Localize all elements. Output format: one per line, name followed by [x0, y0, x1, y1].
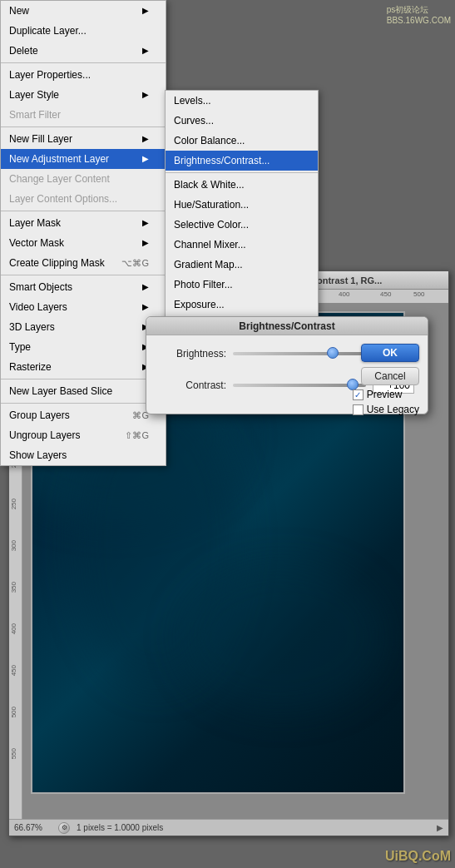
submenu-arrow: ▶: [142, 216, 149, 231]
contrast-label: Contrast:: [160, 379, 226, 391]
ok-button[interactable]: OK: [361, 344, 419, 362]
menu-label-vector-mask: Vector Mask: [9, 236, 64, 250]
submenu-arrow: ▶: [142, 236, 149, 250]
menu-item-vector-mask[interactable]: Vector Mask ▶: [1, 233, 166, 253]
menu-item-3d-layers[interactable]: 3D Layers ▶: [1, 317, 166, 337]
bc-checkboxes: Preview Use Legacy: [353, 389, 419, 415]
submenu-item-color-balance[interactable]: Color Balance...: [166, 131, 318, 151]
submenu-item-black-white[interactable]: Black & White...: [166, 175, 318, 195]
menu-label-3d-layers: 3D Layers: [9, 320, 55, 335]
menu-item-ungroup-layers[interactable]: Ungroup Layers ⇧⌘G: [1, 425, 166, 445]
menu-label-layer-mask: Layer Mask: [9, 216, 61, 231]
use-legacy-row[interactable]: Use Legacy: [353, 404, 419, 415]
submenu-item-channel-mixer[interactable]: Channel Mixer...: [166, 235, 318, 255]
menu-item-clipping-mask[interactable]: Create Clipping Mask ⌥⌘G: [1, 253, 166, 273]
menu-label-show-layers: Show Layers: [9, 448, 67, 463]
menu-label-group-layers: Group Layers: [9, 408, 70, 423]
menu-label-ungroup-layers: Ungroup Layers: [9, 428, 80, 443]
canvas-light-3: [179, 563, 387, 712]
submenu-arrow: ▶: [142, 280, 149, 295]
menu-item-new-adjustment[interactable]: New Adjustment Layer ▶: [1, 149, 166, 169]
menu-label-layer-content-options: Layer Content Options...: [9, 191, 117, 206]
submenu-item-gradient-map[interactable]: Gradient Map...: [166, 255, 318, 275]
bc-dialog-buttons: OK Cancel: [361, 344, 419, 385]
submenu-arrow: ▶: [142, 43, 149, 58]
brightness-thumb[interactable]: [327, 347, 339, 359]
menu-item-smart-objects[interactable]: Smart Objects ▶: [1, 277, 166, 297]
submenu-arrow: ▶: [142, 131, 149, 146]
menu-divider-4: [1, 275, 166, 275]
watermark-bottom: UiBQ.CoM: [385, 849, 451, 864]
brightness-label: Brightness:: [160, 348, 226, 360]
menu-item-smart-filter[interactable]: Smart Filter: [1, 105, 166, 125]
menu-label-layer-style: Layer Style: [9, 87, 59, 102]
menu-label-new-layer-slice: New Layer Based Slice: [9, 384, 112, 399]
menu-item-new-fill[interactable]: New Fill Layer ▶: [1, 129, 166, 149]
menu-label-video-layers: Video Layers: [9, 300, 67, 315]
cancel-button[interactable]: Cancel: [361, 367, 419, 385]
menu-item-type[interactable]: Type ▶: [1, 337, 166, 357]
bc-dialog-title: Brightness/Contrast: [239, 320, 334, 332]
menu-label-duplicate: Duplicate Layer...: [9, 23, 87, 38]
menu-item-video-layers[interactable]: Video Layers ▶: [1, 297, 166, 317]
menu-label-clipping-mask: Create Clipping Mask: [9, 255, 105, 270]
menu-divider-3: [1, 211, 166, 211]
status-text: 1 pixels = 1.0000 pixels: [77, 823, 163, 832]
statusbar-icon[interactable]: ⚙: [58, 822, 70, 834]
brightness-contrast-dialog: Brightness/Contrast Brightness: +80 Cont…: [146, 316, 428, 414]
menu-item-change-layer-content[interactable]: Change Layer Content: [1, 169, 166, 189]
submenu-arrow: ▶: [142, 151, 149, 166]
watermark-top: ps初级论坛BBS.16WG.COM: [387, 4, 451, 25]
menu-item-layer-content-options[interactable]: Layer Content Options...: [1, 189, 166, 209]
submenu-item-levels[interactable]: Levels...: [166, 91, 318, 111]
menu-divider-1: [1, 62, 166, 63]
contrast-slider[interactable]: [233, 384, 366, 387]
submenu-item-brightness-contrast[interactable]: Brightness/Contrast...: [166, 151, 318, 171]
use-legacy-label: Use Legacy: [367, 404, 419, 415]
use-legacy-checkbox[interactable]: [353, 404, 364, 415]
menu-item-layer-properties[interactable]: Layer Properties...: [1, 65, 166, 85]
menu-label-new-fill: New Fill Layer: [9, 131, 72, 146]
menu-label-delete: Delete: [9, 43, 38, 58]
menu-label-rasterize: Rasterize: [9, 360, 52, 374]
menu-item-group-layers[interactable]: Group Layers ⌘G: [1, 405, 166, 425]
layer-menu[interactable]: New ▶ Duplicate Layer... Delete ▶ Layer …: [0, 0, 166, 466]
menu-label-new-adjustment: New Adjustment Layer: [9, 151, 109, 166]
menu-item-show-layers[interactable]: Show Layers: [1, 445, 166, 465]
submenu-item-hue-saturation[interactable]: Hue/Saturation...: [166, 195, 318, 215]
shortcut-ungroup-layers: ⇧⌘G: [125, 428, 149, 443]
menu-label-smart-objects: Smart Objects: [9, 280, 72, 295]
ps-statusbar: 66.67% ⚙ 1 pixels = 1.0000 pixels ▶: [9, 819, 448, 836]
submenu-item-photo-filter[interactable]: Photo Filter...: [166, 275, 318, 295]
menu-item-delete[interactable]: Delete ▶: [1, 41, 166, 61]
menu-item-new[interactable]: New ▶: [1, 1, 166, 21]
preview-checkbox[interactable]: [353, 389, 364, 400]
zoom-level: 66.67%: [14, 823, 52, 832]
menu-item-new-layer-slice[interactable]: New Layer Based Slice: [1, 381, 166, 401]
submenu-item-exposure[interactable]: Exposure...: [166, 295, 318, 315]
scroll-right-arrow[interactable]: ▶: [437, 823, 443, 832]
submenu-arrow: ▶: [142, 3, 149, 18]
menu-label-change-layer-content: Change Layer Content: [9, 171, 110, 186]
menu-item-rasterize[interactable]: Rasterize ▶: [1, 357, 166, 377]
menu-item-layer-style[interactable]: Layer Style ▶: [1, 85, 166, 105]
menu-label-new: New: [9, 3, 29, 18]
menu-label-layer-properties: Layer Properties...: [9, 67, 91, 82]
submenu-item-selective-color[interactable]: Selective Color...: [166, 215, 318, 235]
menu-label-smart-filter: Smart Filter: [9, 107, 61, 122]
menu-divider-5: [1, 379, 166, 379]
preview-label: Preview: [367, 389, 403, 400]
bc-dialog-titlebar: Brightness/Contrast: [146, 317, 428, 335]
menu-item-layer-mask[interactable]: Layer Mask ▶: [1, 213, 166, 233]
menu-divider-2: [1, 126, 166, 127]
menu-divider-6: [1, 403, 166, 404]
brightness-slider[interactable]: [233, 352, 366, 355]
menu-item-duplicate[interactable]: Duplicate Layer...: [1, 21, 166, 41]
submenu-arrow: ▶: [142, 300, 149, 315]
submenu-arrow: ▶: [142, 87, 149, 102]
submenu-divider-1: [166, 172, 318, 173]
submenu-item-curves[interactable]: Curves...: [166, 111, 318, 131]
shortcut-clipping-mask: ⌥⌘G: [121, 255, 149, 270]
preview-row[interactable]: Preview: [353, 389, 419, 400]
menu-label-type: Type: [9, 340, 31, 355]
